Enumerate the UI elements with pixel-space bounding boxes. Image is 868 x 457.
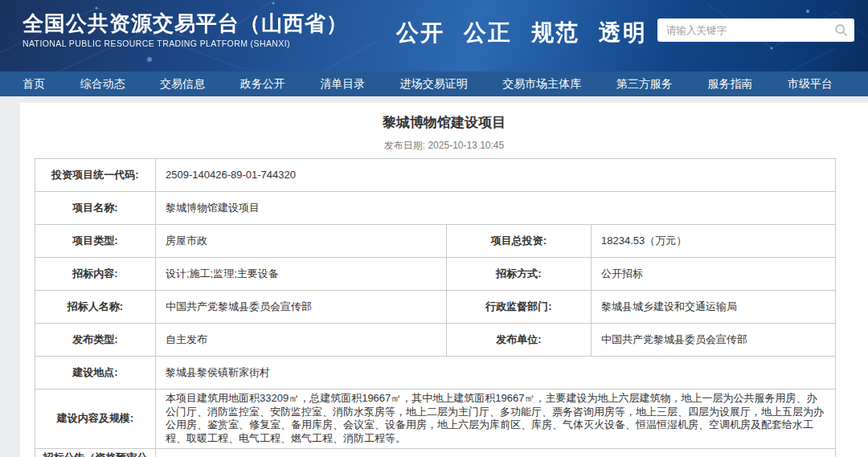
publish-date: 发布日期: 2025-10-13 10:45 xyxy=(20,139,868,153)
field-label: 投资项目统一代码: xyxy=(35,159,156,192)
page-title: 黎城博物馆建设项目 xyxy=(20,113,868,132)
table-row: 发布类型: 自主发布 发布单位: 中国共产党黎城县委员会宣传部 xyxy=(35,324,836,357)
platform-subtitle: NATIONAL PUBLIC RESOURCE TRADING PLATFOR… xyxy=(23,39,348,48)
field-value: 黎城博物馆建设项目 xyxy=(156,192,836,225)
search-input[interactable] xyxy=(666,25,834,36)
field-label: 招标人名称: xyxy=(35,291,156,324)
nav-item-news[interactable]: 综合动态 xyxy=(80,77,125,92)
nav-item-city-platform[interactable]: 市级平台 xyxy=(788,77,833,92)
field-label: 招标公告（资格预审公告）预计发布时间: xyxy=(35,448,156,457)
field-value: 本项目建筑用地面积33209㎡，总建筑面积19667㎡，其中地上建筑面积1966… xyxy=(156,390,836,449)
field-label: 发布单位: xyxy=(447,324,592,357)
table-row: 项目类型: 房屋市政 项目总投资: 18234.53（万元） xyxy=(35,225,836,258)
page: 全国公共资源交易平台（山西省） NATIONAL PUBLIC RESOURCE… xyxy=(0,0,868,457)
table-row: 建设地点: 黎城县黎侯镇靳家街村 xyxy=(35,357,836,390)
field-value: 中国共产党黎城县委员会宣传部 xyxy=(592,324,836,357)
search-box xyxy=(657,18,854,42)
field-label: 项目名称: xyxy=(35,192,156,225)
field-label: 建设地点: xyxy=(35,357,156,390)
field-value: 房屋市政 xyxy=(156,225,447,258)
table-row: 招标人名称: 中国共产党黎城县委员会宣传部 行政监督部门: 黎城县城乡建设和交通… xyxy=(35,291,836,324)
nav-item-entry-cert[interactable]: 进场交易证明 xyxy=(400,77,468,92)
main-nav: 首页 综合动态 交易信息 政务公开 清单目录 进场交易证明 交易市场主体库 第三… xyxy=(0,71,868,96)
nav-item-third-party[interactable]: 第三方服务 xyxy=(616,77,673,92)
nav-item-catalog[interactable]: 清单目录 xyxy=(320,77,365,92)
table-row: 项目名称: 黎城博物馆建设项目 xyxy=(35,192,836,225)
field-value: 中国共产党黎城县委员会宣传部 xyxy=(156,291,447,324)
field-value: 黎城县黎侯镇靳家街村 xyxy=(156,357,836,390)
table-row: 招标公告（资格预审公告）预计发布时间: 2025年11月 xyxy=(35,448,836,457)
field-label: 行政监督部门: xyxy=(447,291,592,324)
field-value: 自主发布 xyxy=(156,324,447,357)
table-row: 招标内容: 设计;施工;监理;主要设备 招标方式: 公开招标 xyxy=(35,258,836,291)
platform-title: 全国公共资源交易平台（山西省） xyxy=(23,10,348,36)
content-panel: 黎城博物馆建设项目 发布日期: 2025-10-13 10:45 投资项目统一代… xyxy=(20,103,868,457)
field-label: 发布类型: xyxy=(35,324,156,357)
project-info-table: 投资项目统一代码: 2509-140426-89-01-744320 项目名称:… xyxy=(35,158,836,457)
field-label: 招标内容: xyxy=(35,258,156,291)
field-label: 项目总投资: xyxy=(447,225,592,258)
table-row: 建设内容及规模: 本项目建筑用地面积33209㎡，总建筑面积19667㎡，其中地… xyxy=(35,390,836,449)
field-value: 18234.53（万元） xyxy=(592,225,836,258)
field-label: 项目类型: xyxy=(35,225,156,258)
nav-item-gov-affairs[interactable]: 政务公开 xyxy=(240,77,285,92)
slogan: 公开 公正 规范 透明 xyxy=(396,18,647,48)
search-icon[interactable] xyxy=(834,23,848,37)
slogan-word: 公正 xyxy=(464,18,512,48)
field-label: 建设内容及规模: xyxy=(35,390,156,449)
slogan-word: 透明 xyxy=(599,18,647,48)
field-label: 招标方式: xyxy=(447,258,592,291)
slogan-word: 公开 xyxy=(396,18,444,48)
nav-item-service-guide[interactable]: 服务指南 xyxy=(707,77,752,92)
nav-item-home[interactable]: 首页 xyxy=(23,77,45,92)
slogan-word: 规范 xyxy=(531,18,579,48)
nav-item-market-entities[interactable]: 交易市场主体库 xyxy=(502,77,581,92)
site-header: 全国公共资源交易平台（山西省） NATIONAL PUBLIC RESOURCE… xyxy=(0,0,868,71)
table-row: 投资项目统一代码: 2509-140426-89-01-744320 xyxy=(35,159,836,192)
brand: 全国公共资源交易平台（山西省） NATIONAL PUBLIC RESOURCE… xyxy=(23,10,348,48)
nav-item-trade-info[interactable]: 交易信息 xyxy=(160,77,205,92)
field-value: 2025年11月 xyxy=(156,448,836,457)
field-value: 黎城县城乡建设和交通运输局 xyxy=(592,291,836,324)
field-value: 设计;施工;监理;主要设备 xyxy=(156,258,447,291)
field-value: 公开招标 xyxy=(592,258,836,291)
field-value: 2509-140426-89-01-744320 xyxy=(156,159,836,192)
